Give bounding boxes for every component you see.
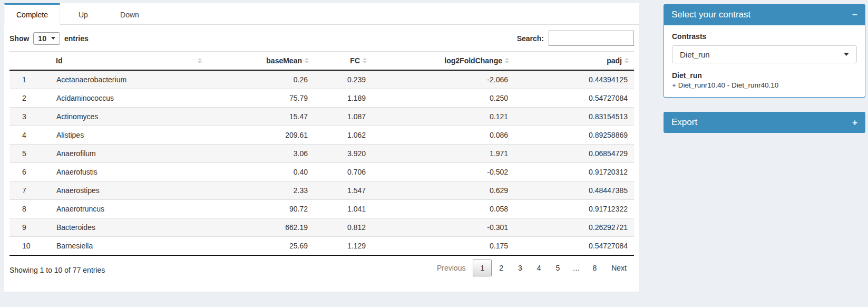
export-panel: Export + — [664, 112, 865, 133]
cell-log2_fold_change: 0.121 — [372, 108, 514, 126]
cell-row_number: 8 — [9, 200, 56, 218]
cell-fc: 1.087 — [314, 108, 372, 126]
column-header-id[interactable]: Id — [56, 52, 206, 71]
cell-fc: 1.547 — [314, 181, 372, 200]
search-input[interactable] — [549, 31, 634, 46]
export-panel-header[interactable]: Export + — [664, 112, 865, 133]
page-button-5[interactable]: 5 — [549, 260, 568, 276]
contrast-panel-body: Contrasts Diet_run Diet_run + Diet_runr1… — [664, 25, 865, 98]
column-header-row_number — [9, 52, 56, 71]
cell-fc: 1.189 — [314, 89, 372, 108]
search-label: Search: — [517, 34, 544, 43]
cell-id: Alistipes — [56, 126, 206, 145]
cell-id: Anaerostipes — [56, 181, 206, 200]
contrast-panel-header[interactable]: Select your contrast − — [664, 4, 865, 25]
table-row: 7Anaerostipes2.331.5470.6290.48447385 — [9, 181, 634, 200]
cell-log2_fold_change: 0.175 — [372, 237, 514, 256]
pagination: Previous12345…8Next — [430, 260, 634, 276]
page-button-4[interactable]: 4 — [530, 260, 549, 276]
results-card: CompleteUpDown Show 10 entries Search: I… — [4, 3, 639, 292]
expand-plus-icon[interactable]: + — [852, 118, 857, 127]
cell-id: Anaerofustis — [56, 163, 206, 181]
column-header-fc[interactable]: FC — [314, 52, 372, 71]
cell-id: Anaerotruncus — [56, 200, 206, 218]
table-row: 2Acidaminococcus75.791.1890.2500.5472708… — [9, 89, 634, 108]
tab-down[interactable]: Down — [106, 3, 153, 24]
cell-row_number: 10 — [9, 237, 56, 256]
table-row: 8Anaerotruncus90.721.0410.0580.91712322 — [9, 200, 634, 218]
table-info: Showing 1 to 10 of 77 entries — [9, 262, 105, 274]
contrast-panel: Select your contrast − Contrasts Diet_ru… — [664, 4, 865, 98]
cell-id: Bacteroides — [56, 218, 206, 237]
cell-row_number: 2 — [9, 89, 56, 108]
cell-base_mean: 209.61 — [206, 126, 314, 145]
collapse-minus-icon[interactable]: − — [852, 11, 857, 20]
cell-base_mean: 25.69 — [206, 237, 314, 256]
page-length-value: 10 — [38, 34, 46, 43]
page-button-2[interactable]: 2 — [492, 260, 511, 276]
cell-base_mean: 662.19 — [206, 218, 314, 237]
contrast-detail-text: + Diet_runr10.40 - Diet_runr40.10 — [672, 81, 857, 89]
cell-padj: 0.89258869 — [514, 126, 634, 145]
cell-row_number: 1 — [9, 70, 56, 89]
cell-padj: 0.48447385 — [514, 181, 634, 200]
cell-log2_fold_change: 0.058 — [372, 200, 514, 218]
cell-id: Barnesiella — [56, 237, 206, 256]
page-button-8[interactable]: 8 — [585, 260, 604, 276]
cell-row_number: 3 — [9, 108, 56, 126]
tab-up[interactable]: Up — [60, 3, 106, 24]
cell-id: Anaerofilum — [56, 145, 206, 163]
column-label: padj — [607, 56, 622, 65]
page-button-next[interactable]: Next — [604, 260, 634, 276]
sort-icon — [305, 58, 309, 63]
sort-icon — [625, 58, 629, 63]
contrast-panel-title: Select your contrast — [671, 9, 750, 20]
cell-log2_fold_change: -0.502 — [372, 163, 514, 181]
column-label: log2FoldChange — [444, 56, 502, 65]
cell-base_mean: 2.33 — [206, 181, 314, 200]
table-row: 1Acetanaerobacterium0.260.239-2.0660.443… — [9, 70, 634, 89]
page: CompleteUpDown Show 10 entries Search: I… — [0, 0, 868, 292]
table-row: 3Actinomyces15.471.0870.1210.83154513 — [9, 108, 634, 126]
tab-complete[interactable]: Complete — [4, 3, 60, 25]
cell-padj: 0.83154513 — [514, 108, 634, 126]
cell-base_mean: 0.40 — [206, 163, 314, 181]
cell-id: Acidaminococcus — [56, 89, 206, 108]
sort-icon — [363, 58, 367, 63]
table-row: 10Barnesiella25.691.1290.1750.54727084 — [9, 237, 634, 256]
contrast-select[interactable]: Diet_run — [672, 45, 857, 63]
column-header-log2_fold_change[interactable]: log2FoldChange — [372, 52, 514, 71]
table-row: 9Bacteroides662.190.812-0.3010.26292721 — [9, 218, 634, 237]
contrast-select-value: Diet_run — [680, 50, 710, 59]
cell-padj: 0.26292721 — [514, 218, 634, 237]
cell-fc: 1.129 — [314, 237, 372, 256]
cell-fc: 1.041 — [314, 200, 372, 218]
cell-row_number: 5 — [9, 145, 56, 163]
cell-row_number: 6 — [9, 163, 56, 181]
results-table: IdbaseMeanFClog2FoldChangepadj 1Acetanae… — [9, 51, 634, 256]
column-header-padj[interactable]: padj — [514, 52, 634, 71]
cell-log2_fold_change: 0.250 — [372, 89, 514, 108]
page-button-previous[interactable]: Previous — [430, 260, 473, 276]
select-caret-icon — [51, 37, 55, 40]
page-button-3[interactable]: 3 — [511, 260, 530, 276]
search-control: Search: — [517, 31, 634, 46]
page-length-select[interactable]: 10 — [33, 32, 60, 45]
table-row: 4Alistipes209.611.0620.0860.89258869 — [9, 126, 634, 145]
cell-log2_fold_change: 0.629 — [372, 181, 514, 200]
cell-row_number: 9 — [9, 218, 56, 237]
cell-row_number: 4 — [9, 126, 56, 145]
table-header-row: IdbaseMeanFClog2FoldChangepadj — [9, 52, 634, 71]
cell-padj: 0.91720312 — [514, 163, 634, 181]
cell-base_mean: 75.79 — [206, 89, 314, 108]
page-button-1[interactable]: 1 — [473, 260, 492, 276]
column-label: FC — [350, 56, 360, 65]
cell-base_mean: 0.26 — [206, 70, 314, 89]
table-controls: Show 10 entries Search: — [4, 25, 639, 51]
cell-fc: 0.239 — [314, 70, 372, 89]
cell-padj: 0.44394125 — [514, 70, 634, 89]
cell-log2_fold_change: 1.971 — [372, 145, 514, 163]
column-label: baseMean — [266, 56, 302, 65]
column-header-base_mean[interactable]: baseMean — [206, 52, 314, 71]
cell-padj: 0.54727084 — [514, 237, 634, 256]
